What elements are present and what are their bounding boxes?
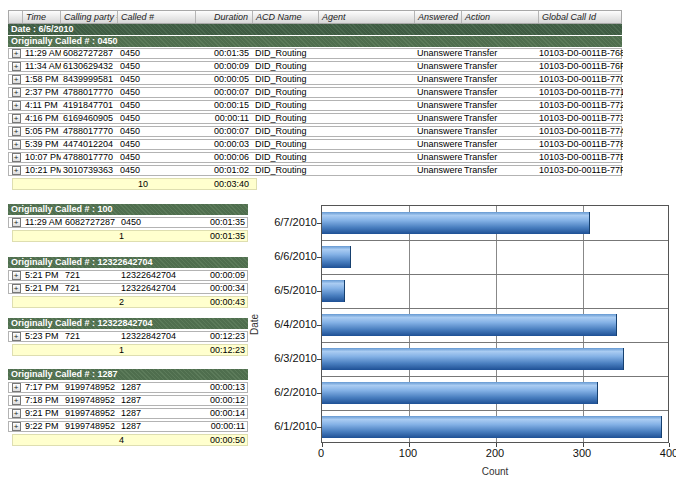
header-duration[interactable]: Duration [196,11,253,23]
summary-count: 2 [119,297,193,307]
cell-time: 11:34 AM [23,62,61,71]
cell-expand: + [9,114,23,123]
expand-icon[interactable]: + [12,75,21,84]
cell-called: 12322642704 [119,271,193,280]
cell-duration: 00:01:35 [196,49,253,58]
group-header-band: Originally Called # : 100 [8,204,248,215]
expand-icon[interactable]: + [12,127,21,136]
y-tick-label: 6/4/2010 [259,318,317,330]
cell-answered: Unanswered [415,153,462,162]
expand-icon[interactable]: + [12,153,21,162]
call-row[interactable]: +2:37 PM4788017770045000:00:07DID_Routin… [8,87,622,98]
cell-called: 0450 [118,62,196,71]
group-header-band: Originally Called # : 12322842704 [8,318,248,329]
cell-acd-name: DID_Routing [253,153,319,162]
y-tick-label: 6/7/2010 [259,216,317,228]
header-global-call-id[interactable]: Global Call Id [539,11,623,23]
header-action[interactable]: Action [462,11,539,23]
chart-plot-area [321,205,669,443]
cell-time: 4:11 PM [23,101,61,110]
y-axis-tick [317,257,322,258]
call-row[interactable]: +11:29 AM6082727287045000:01:35DID_Routi… [8,48,622,59]
cell-duration: 00:00:06 [196,153,253,162]
call-row[interactable]: +5:39 PM4474012204045000:00:03DID_Routin… [8,139,622,150]
cell-called: 1287 [119,422,193,431]
date-group-band: Date : 6/5/2010 [8,24,622,35]
x-tick-label: 200 [473,447,517,459]
expand-icon[interactable]: + [12,101,21,110]
cell-acd-name: DID_Routing [253,88,319,97]
call-row[interactable]: +10:21 PM3010739363045000:01:02DID_Routi… [8,165,622,176]
cell-expand: + [9,75,23,84]
cell-calling-party: 721 [63,332,119,341]
call-row[interactable]: +5:05 PM4788017770045000:00:07DID_Routin… [8,126,622,137]
cell-called: 0450 [118,101,196,110]
header-time[interactable]: Time [23,11,61,23]
call-row[interactable]: +5:23 PM7211232284270400:12:23 [8,331,248,342]
expand-icon[interactable]: + [12,396,21,405]
expand-icon[interactable]: + [12,422,21,431]
call-row[interactable]: +5:21 PM7211232264270400:00:09 [8,270,248,281]
cell-action: Transfer [462,101,539,110]
expand-icon[interactable]: + [12,218,21,227]
cell-calling-party: 6082727287 [61,49,118,58]
expand-icon[interactable]: + [12,166,21,175]
cell-duration: 00:00:07 [196,88,253,97]
cell-called: 12322842704 [119,332,193,341]
cell-expand: + [9,153,23,162]
cell-duration: 00:01:02 [196,166,253,175]
bar-6-7-2010 [322,212,590,234]
expand-icon[interactable]: + [12,383,21,392]
cell-time: 11:29 AM [23,218,63,227]
cell-calling-party: 9199748952 [63,383,119,392]
call-row[interactable]: +10:07 PM4788017770045000:00:06DID_Routi… [8,152,622,163]
table-header-row: TimeCalling party #Called #DurationACD N… [8,10,622,24]
call-group-section: Originally Called # : 12322642704+5:21 P… [8,257,248,308]
header-called[interactable]: Called # [118,11,196,23]
call-row[interactable]: +9:21 PM9199748952128700:00:14 [8,408,248,419]
expand-icon[interactable]: + [12,49,21,58]
expand-icon[interactable]: + [12,140,21,149]
cell-called: 1287 [119,396,193,405]
expand-icon[interactable]: + [12,271,21,280]
cell-calling-party: 6082727287 [63,218,119,227]
y-tick-label: 6/2/2010 [259,386,317,398]
call-row[interactable]: +4:16 PM6169460905045000:00:11DID_Routin… [8,113,622,124]
cell-global-call-id: 10103-D0-0011B-778 [539,140,623,149]
header-cell-expand [9,11,23,23]
cell-calling-party: 721 [63,271,119,280]
group-summary-row: 100:12:23 [12,344,248,356]
call-row[interactable]: +7:17 PM9199748952128700:00:13 [8,382,248,393]
header-acd-name[interactable]: ACD Name [253,11,319,23]
cell-expand: + [9,166,23,175]
cell-calling-party: 9199748952 [63,409,119,418]
cell-time: 5:21 PM [23,271,63,280]
call-row[interactable]: +4:11 PM4191847701045000:00:15DID_Routin… [8,100,622,111]
expand-icon[interactable]: + [12,88,21,97]
cell-time: 5:39 PM [23,140,61,149]
call-group-section: Originally Called # : 12322842704+5:23 P… [8,318,248,356]
call-row[interactable]: +1:58 PM8439999581045000:00:05DID_Routin… [8,74,622,85]
expand-icon[interactable]: + [12,114,21,123]
expand-icon[interactable]: + [12,332,21,341]
bar-6-5-2010 [322,280,345,302]
call-row[interactable]: +11:29 AM6082727287045000:01:35 [8,217,248,228]
expand-icon[interactable]: + [12,62,21,71]
bar-6-1-2010 [322,416,662,438]
expand-icon[interactable]: + [12,409,21,418]
call-row[interactable]: +7:18 PM9199748952128700:00:12 [8,395,248,406]
header-calling-party[interactable]: Calling party # [61,11,118,23]
header-answered[interactable]: Answered [415,11,462,23]
cell-called: 0450 [118,153,196,162]
call-row[interactable]: +11:34 AM6130629432045000:00:09DID_Routi… [8,61,622,72]
cell-time: 10:21 PM [23,166,61,175]
cell-global-call-id: 10103-D0-0011B-771 [539,88,623,97]
call-row[interactable]: +9:22 PM9199748952128700:00:11 [8,421,248,432]
call-row[interactable]: +5:21 PM7211232264270400:00:34 [8,283,248,294]
header-agent[interactable]: Agent [319,11,415,23]
cell-time: 9:21 PM [23,409,63,418]
cell-action: Transfer [462,166,539,175]
cell-expand: + [9,396,23,405]
cell-expand: + [9,271,23,280]
expand-icon[interactable]: + [12,284,21,293]
